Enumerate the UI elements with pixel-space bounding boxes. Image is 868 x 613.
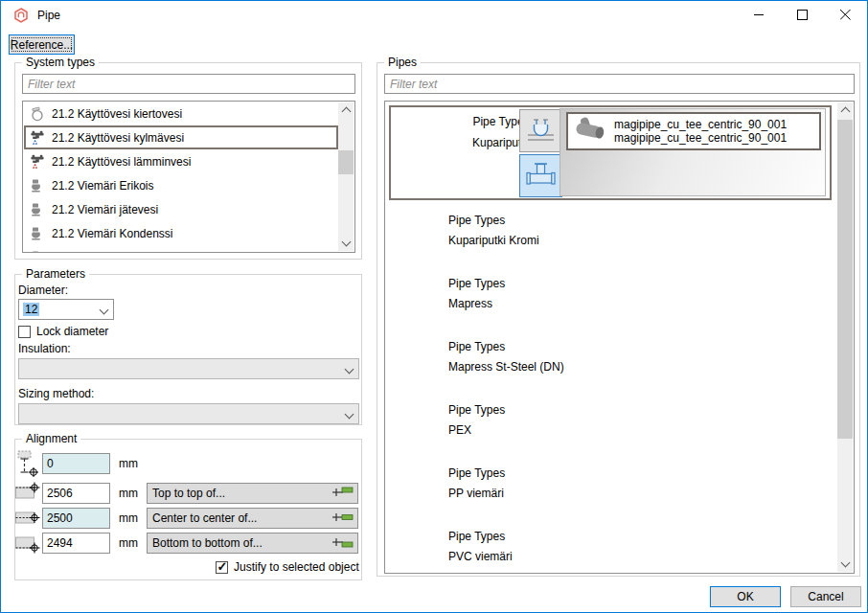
tee-connection-button[interactable] <box>519 154 562 197</box>
center-distance-input[interactable] <box>42 508 110 529</box>
unit-label: mm <box>119 536 138 550</box>
unit-label: mm <box>119 511 138 525</box>
parameters-group: Parameters Diameter: 12 Lock diameter In… <box>14 274 362 425</box>
top-to-top-button[interactable]: Top to top of... <box>147 483 358 504</box>
minimize-button[interactable] <box>738 1 781 29</box>
pipe-type-line1: Pipe Types <box>448 403 505 417</box>
bottom-to-bottom-button[interactable]: Bottom to bottom of... <box>147 533 358 554</box>
insulation-combobox[interactable] <box>18 358 359 379</box>
cancel-button[interactable]: Cancel <box>790 586 861 607</box>
scrollbar-thumb[interactable] <box>338 150 354 174</box>
system-type-item[interactable]: 21.2 Viemäri Erikois <box>24 173 338 197</box>
center-to-center-button[interactable]: Center to center of... <box>147 508 358 529</box>
titlebar: Pipe <box>1 1 867 30</box>
scroll-down-icon[interactable] <box>338 236 354 251</box>
pipes-scrollbar[interactable] <box>837 102 853 572</box>
system-type-name: 21.2 Viemäri Erikois <box>52 179 154 193</box>
pipe-item[interactable]: Pipe Types Kupariputki Kromi <box>389 206 832 265</box>
pipe-type-line2: Mapress St-Steel (DN) <box>448 360 564 374</box>
system-type-name: 21.2 Käyttövesi kylmävesi <box>52 131 184 145</box>
branch-connection-button[interactable] <box>519 109 562 152</box>
system-type-name: 21.2 Viemäri rasva <box>52 251 148 254</box>
window-title: Pipe <box>37 9 60 22</box>
system-type-item-selected[interactable]: 21.2 Käyttövesi kylmävesi <box>24 125 338 149</box>
justify-label: Justify to selected object <box>234 560 359 574</box>
maximize-button[interactable] <box>781 1 824 29</box>
fitting-item-selected[interactable]: magipipe_cu_tee_centric_90_001 magipipe_… <box>566 112 821 150</box>
system-types-list: 21.2 Käyttövesi kiertovesi <box>22 101 355 253</box>
checkbox-box[interactable] <box>216 561 228 574</box>
system-type-item[interactable]: 21.2 Viemäri Kondenssi <box>24 221 338 245</box>
insulation-label: Insulation: <box>18 342 71 355</box>
diameter-value: 12 <box>23 303 39 316</box>
system-type-item[interactable]: 21.2 Käyttövesi kiertovesi <box>24 102 338 125</box>
pipe-item[interactable]: Pipe Types PEX <box>389 396 832 455</box>
justify-checkbox[interactable]: Justify to selected object <box>216 560 359 574</box>
system-types-group: System types 21.2 Käyttövesi kiertovesi <box>14 62 362 260</box>
pipe-item[interactable]: Pipe Types Mapress St-Steel (DN) <box>389 332 832 392</box>
sizing-method-label: Sizing method: <box>18 387 94 400</box>
drain-icon <box>30 226 45 241</box>
pipe-item[interactable]: Pipe Types PVC viemäri <box>389 522 832 574</box>
ok-button[interactable]: OK <box>710 586 781 607</box>
diameter-combobox[interactable]: 12 <box>18 299 114 320</box>
scroll-up-icon[interactable] <box>338 102 354 118</box>
pipe-dialog: Pipe Reference... System types 21.2 Käyt… <box>0 0 868 613</box>
system-types-label: System types <box>22 56 99 70</box>
pipe-type-line1: Pipe Types <box>448 466 505 480</box>
pipes-label: Pipes <box>384 56 421 70</box>
snap-center-icon <box>331 510 354 528</box>
drain-icon <box>30 250 45 254</box>
bottom-align-icon <box>15 532 40 557</box>
scroll-down-icon[interactable] <box>837 556 853 572</box>
pipe-type-line2: PEX <box>448 423 471 437</box>
pipe-type-line2: PP viemäri <box>448 487 504 500</box>
close-button[interactable] <box>824 1 867 29</box>
chevron-down-icon <box>345 410 354 420</box>
pipe-type-line2: Kupariputki Kromi <box>448 234 539 247</box>
system-type-item[interactable]: 21.2 Käyttövesi lämminvesi <box>24 149 338 173</box>
magicad-logo-icon <box>13 8 29 23</box>
top-distance-input[interactable] <box>42 483 110 504</box>
top-align-icon <box>15 482 40 508</box>
elevation-icon <box>15 449 40 481</box>
snap-bottom-icon <box>331 534 354 553</box>
faucet-warm-icon <box>30 154 45 170</box>
alignment-group: Alignment mm mm Top to <box>14 439 362 580</box>
fitting-names: magipipe_cu_tee_centric_90_001 magipipe_… <box>614 118 787 145</box>
system-type-name: 21.2 Viemäri Kondenssi <box>52 227 173 240</box>
lock-diameter-checkbox[interactable]: Lock diameter <box>18 325 108 338</box>
pipes-list: Pipe Types Kupariputki <box>384 101 855 574</box>
pipes-filter-input[interactable] <box>384 74 855 94</box>
faucet-cold-icon <box>30 130 45 146</box>
system-type-name: 21.2 Käyttövesi kiertovesi <box>52 107 182 121</box>
pipe-type-line1: Pipe Types <box>448 530 505 543</box>
alignment-label: Alignment <box>22 432 80 446</box>
chevron-down-icon <box>100 306 109 315</box>
pipe-item[interactable]: Pipe Types Mapress <box>389 269 832 329</box>
system-type-item[interactable]: 21.2 Viemäri rasva <box>24 245 338 253</box>
scrollbar-thumb[interactable] <box>837 120 853 439</box>
unit-label: mm <box>119 487 138 500</box>
pipe-item[interactable]: Pipe Types PP viemäri <box>389 459 832 518</box>
fitting-name-line2: magipipe_cu_tee_centric_90_001 <box>614 131 787 145</box>
system-type-item[interactable]: 21.2 Viemäri jätevesi <box>24 197 338 221</box>
system-type-name: 21.2 Viemäri jätevesi <box>52 203 158 216</box>
bottom-distance-input[interactable] <box>42 533 110 554</box>
elevation-input[interactable] <box>42 453 110 474</box>
lock-diameter-label: Lock diameter <box>36 325 108 338</box>
pipe-item-selected[interactable]: Pipe Types Kupariputki <box>389 105 832 200</box>
system-type-name: 21.2 Käyttövesi lämminvesi <box>52 155 191 169</box>
pipe-type-line1: Pipe Types <box>448 277 505 290</box>
fitting-panel: magipipe_cu_tee_centric_90_001 magipipe_… <box>560 108 826 196</box>
pipes-group: Pipes Pipe Types Kupariputki <box>377 62 860 577</box>
system-types-scrollbar[interactable] <box>338 102 354 251</box>
scroll-up-icon[interactable] <box>837 102 853 118</box>
pipe-type-line1: Pipe Types <box>448 214 505 227</box>
pipe-type-line2: Mapress <box>448 297 492 310</box>
drain-icon <box>30 178 45 193</box>
system-types-filter-input[interactable] <box>22 74 355 94</box>
reference-button[interactable]: Reference... <box>9 34 75 55</box>
checkbox-box[interactable] <box>18 326 31 338</box>
sizing-method-combobox[interactable] <box>18 403 359 424</box>
